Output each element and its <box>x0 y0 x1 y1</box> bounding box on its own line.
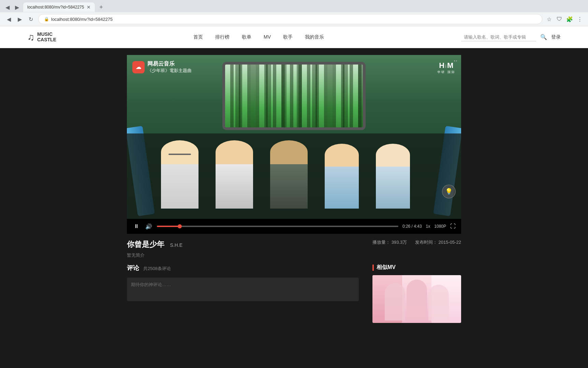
play-count-label: 播放量： <box>372 240 390 245</box>
him-main-text: HiM •• <box>437 60 456 70</box>
browser-chrome: ◀ ▶ localhost:8080/mv?id=5842275 ✕ + ◀ ▶… <box>0 0 588 26</box>
toolbar-icons: ☆ 🛡 🧩 ⋮ <box>545 15 584 23</box>
logo-castle: CASTLE <box>37 37 56 42</box>
comments-area: 评论 共2508条评论 <box>127 264 359 323</box>
nav-mv[interactable]: MV <box>264 34 271 40</box>
nav-buttons: ◀ ▶ ↻ <box>4 14 35 24</box>
character-5 <box>376 144 410 209</box>
publish-date: 2015-05-22 <box>439 240 461 245</box>
nav-charts[interactable]: 排行榜 <box>215 34 230 40</box>
netease-subtitle: 《少年班》電影主题曲 <box>147 68 192 74</box>
tab-label: localhost:8080/mv?id=5842275 <box>27 5 84 10</box>
progress-dot <box>178 224 182 228</box>
search-input[interactable] <box>461 33 536 41</box>
progress-fill <box>157 226 180 227</box>
volume-button[interactable]: 🔊 <box>145 222 153 230</box>
lock-icon: 🔒 <box>44 17 49 22</box>
character-4 <box>325 144 359 209</box>
page-body: 评论 共2508条评论 相似MV <box>127 264 461 337</box>
song-title-area: 你曾是少年 S.H.E 暂无简介 <box>127 239 182 258</box>
song-meta: 播放量： 393.3万 发布时间： 2015-05-22 <box>372 239 461 245</box>
music-note-icon: ♫ <box>27 32 34 43</box>
logo-text: MUSIC CASTLE <box>37 32 56 42</box>
song-title: 你曾是少年 <box>127 240 164 249</box>
url-text: localhost:8080/mv?id=5842275 <box>51 17 113 22</box>
active-tab[interactable]: localhost:8080/mv?id=5842275 ✕ <box>23 2 95 12</box>
bus-window <box>222 62 366 130</box>
song-artist: S.H.E <box>170 242 182 248</box>
forward-button[interactable]: ▶ <box>15 14 25 24</box>
quality-button[interactable]: 1080P <box>434 224 446 229</box>
site-header: ♫ MUSIC CASTLE 首页 排行榜 歌单 MV 歌手 我的音乐 🔍 登录 <box>0 26 588 48</box>
character-3 <box>270 140 308 209</box>
tab-bar: ◀ ▶ localhost:8080/mv?id=5842275 ✕ + <box>0 0 588 12</box>
tab-back-btn[interactable]: ◀ <box>3 2 12 12</box>
similar-mv-card[interactable] <box>372 275 461 323</box>
new-tab-btn[interactable]: + <box>96 2 106 12</box>
extension-icon-2[interactable]: 🧩 <box>565 15 574 23</box>
total-time: 4:43 <box>414 224 422 229</box>
fullscreen-button[interactable]: ⛶ <box>450 223 456 229</box>
tab-forward-btn[interactable]: ▶ <box>12 2 22 12</box>
lightbulb-icon: 💡 <box>445 188 453 195</box>
current-time: 0:26 <box>402 224 410 229</box>
him-sub-text: 华研 国际 <box>437 70 456 74</box>
time-display: 0:26 / 4:43 <box>402 224 422 229</box>
publish-label: 发布时间： <box>415 240 437 245</box>
login-button[interactable]: 登录 <box>551 34 561 40</box>
main-nav: 首页 排行榜 歌单 MV 歌手 我的音乐 <box>193 34 324 40</box>
character-2 <box>216 140 253 209</box>
address-bar: ◀ ▶ ↻ 🔒 localhost:8080/mv?id=5842275 ☆ 🛡… <box>0 12 588 26</box>
extension-icon-1[interactable]: 🛡 <box>555 15 563 23</box>
nav-my-music[interactable]: 我的音乐 <box>305 34 324 40</box>
mv-thumbnail <box>372 275 461 323</box>
netease-logo-icon: ☁ <box>132 61 145 73</box>
back-button[interactable]: ◀ <box>4 14 14 24</box>
video-scene: 💡 <box>127 55 461 219</box>
tab-close-btn[interactable]: ✕ <box>87 4 91 10</box>
lightbulb-button[interactable]: 💡 <box>442 185 456 198</box>
bookmark-star-icon[interactable]: ☆ <box>545 15 553 23</box>
netease-name: 网易云音乐 <box>147 60 192 68</box>
nav-playlist[interactable]: 歌单 <box>242 34 251 40</box>
search-button[interactable]: 🔍 <box>540 34 547 40</box>
similar-mv-title: 相似MV <box>372 264 461 271</box>
video-controls: ⏸ 🔊 0:26 / 4:43 1x 1080P ⛶ <box>127 219 461 234</box>
logo-music: MUSIC <box>37 32 56 37</box>
him-logo: HiM •• 华研 国际 <box>437 60 456 74</box>
url-bar[interactable]: 🔒 localhost:8080/mv?id=5842275 <box>38 14 542 24</box>
page: ♫ MUSIC CASTLE 首页 排行榜 歌单 MV 歌手 我的音乐 🔍 登录 <box>0 26 588 337</box>
comments-title: 评论 <box>127 264 139 272</box>
title-accent-bar <box>372 265 374 271</box>
refresh-button[interactable]: ↻ <box>26 14 35 24</box>
song-description: 暂无简介 <box>127 252 182 258</box>
pause-button[interactable]: ⏸ <box>132 222 141 230</box>
song-info: 你曾是少年 S.H.E 暂无简介 播放量： 393.3万 发布时间： 2015-… <box>127 234 461 264</box>
character-1 <box>161 140 199 209</box>
video-player: ☁ 网易云音乐 《少年班》電影主题曲 HiM •• 华研 国际 <box>127 55 461 234</box>
logo: ♫ MUSIC CASTLE <box>27 32 56 43</box>
similar-mv-section: 相似MV <box>372 264 461 323</box>
comment-input[interactable] <box>127 278 359 301</box>
progress-bar[interactable] <box>157 226 398 227</box>
play-count: 393.3万 <box>392 240 407 245</box>
comments-header: 评论 共2508条评论 <box>127 264 359 272</box>
menu-icon[interactable]: ⋮ <box>576 15 584 23</box>
comments-count: 共2508条评论 <box>143 266 171 272</box>
netease-text: 网易云音乐 《少年班》電影主题曲 <box>147 60 192 74</box>
video-watermark: ☁ 网易云音乐 《少年班》電影主题曲 <box>132 60 192 74</box>
speed-button[interactable]: 1x <box>426 224 430 229</box>
header-right: 🔍 登录 <box>461 33 561 41</box>
nav-home[interactable]: 首页 <box>193 34 203 40</box>
similar-mv-label: 相似MV <box>377 264 396 271</box>
nav-artists[interactable]: 歌手 <box>283 34 293 40</box>
